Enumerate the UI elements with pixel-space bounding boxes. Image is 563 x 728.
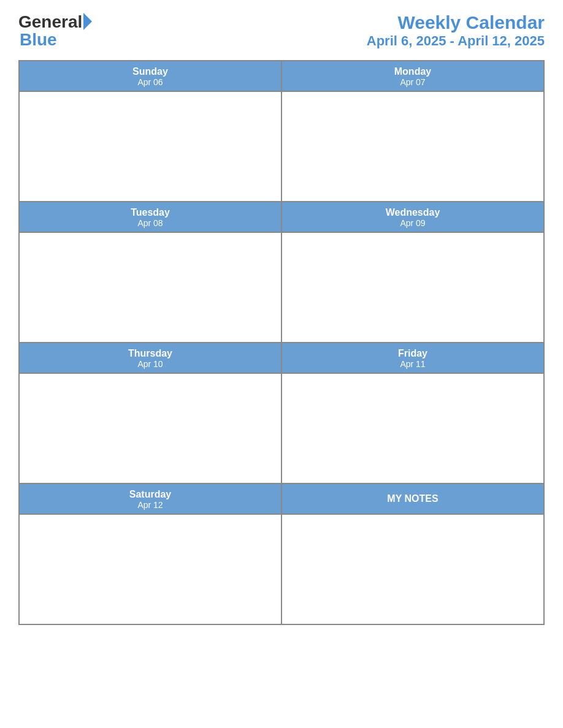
wednesday-name: Wednesday [282,207,543,218]
calendar-subtitle: April 6, 2025 - April 12, 2025 [367,33,545,49]
calendar-grid: Sunday Apr 06 Monday Apr 07 Tuesday Apr … [18,60,545,625]
saturday-header: Saturday Apr 12 [19,483,282,514]
wednesday-body[interactable] [282,232,544,343]
sunday-date: Apr 06 [20,77,281,87]
calendar-title: Weekly Calendar [367,12,545,33]
tuesday-name: Tuesday [20,207,281,218]
sunday-header: Sunday Apr 06 [19,61,282,91]
row-2-body [19,232,544,343]
friday-name: Friday [282,348,543,359]
notes-label: MY NOTES [387,493,438,504]
saturday-date: Apr 12 [20,500,281,510]
wednesday-header: Wednesday Apr 09 [282,202,544,232]
monday-date: Apr 07 [282,77,543,87]
monday-body[interactable] [282,91,544,202]
row-3-body [19,373,544,483]
saturday-name: Saturday [20,489,281,500]
thursday-header: Thursday Apr 10 [19,343,282,373]
saturday-body[interactable] [19,514,282,624]
monday-name: Monday [282,66,543,77]
wednesday-date: Apr 09 [282,218,543,228]
row-1-header: Sunday Apr 06 Monday Apr 07 [19,61,544,91]
page-header: General Blue Weekly Calendar April 6, 20… [18,12,545,49]
sunday-name: Sunday [20,66,281,77]
tuesday-header: Tuesday Apr 08 [19,202,282,232]
friday-body[interactable] [282,373,544,483]
row-1-body [19,91,544,202]
row-4-body [19,514,544,624]
logo-general-text: General [18,13,82,31]
monday-header: Monday Apr 07 [282,61,544,91]
row-2-header: Tuesday Apr 08 Wednesday Apr 09 [19,202,544,232]
notes-body[interactable] [282,514,544,624]
tuesday-date: Apr 08 [20,218,281,228]
thursday-date: Apr 10 [20,359,281,369]
friday-date: Apr 11 [282,359,543,369]
title-section: Weekly Calendar April 6, 2025 - April 12… [367,12,545,49]
row-3-header: Thursday Apr 10 Friday Apr 11 [19,343,544,373]
logo-blue-text: Blue [20,31,57,48]
thursday-body[interactable] [19,373,282,483]
sunday-body[interactable] [19,91,282,202]
logo-triangle-icon [83,13,92,30]
logo: General Blue [18,13,92,48]
thursday-name: Thursday [20,348,281,359]
tuesday-body[interactable] [19,232,282,343]
row-4-header: Saturday Apr 12 MY NOTES [19,483,544,514]
friday-header: Friday Apr 11 [282,343,544,373]
notes-header: MY NOTES [282,483,544,514]
